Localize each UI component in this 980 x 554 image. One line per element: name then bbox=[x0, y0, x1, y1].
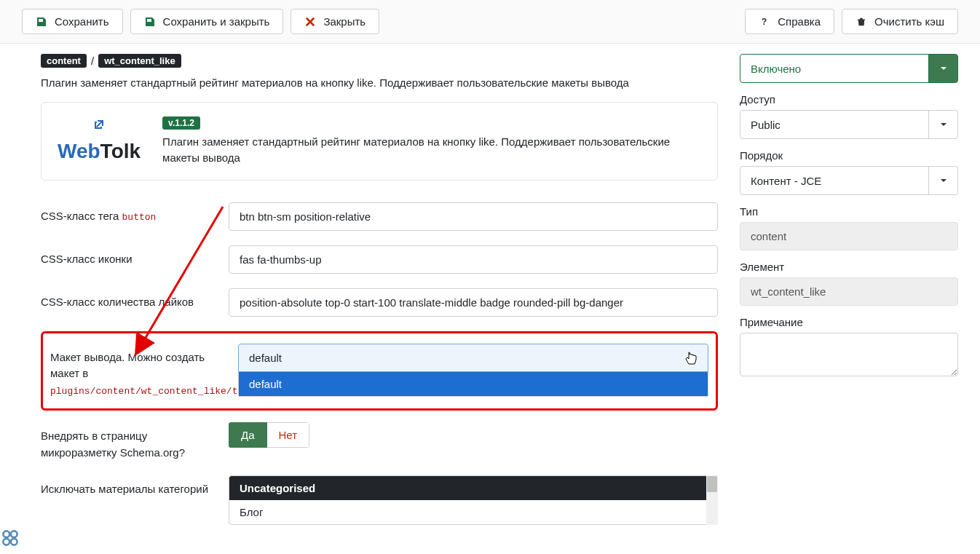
content-column: content / wt_content_like Плагин заменяе… bbox=[41, 54, 718, 539]
row-css-icon: CSS-класс иконки bbox=[41, 245, 718, 274]
row-css-count: CSS-класс количества лайков bbox=[41, 288, 718, 317]
close-icon bbox=[304, 16, 316, 28]
row-css-button: CSS-класс тега button bbox=[41, 202, 718, 231]
help-label: Справка bbox=[778, 15, 821, 28]
order-select[interactable]: Контент - JCE bbox=[740, 166, 958, 195]
sidebar: Включено Доступ Public Порядок Контент -… bbox=[740, 54, 958, 539]
logo-box: WebTolk bbox=[58, 116, 141, 167]
label-layout: Макет вывода. Можно создать макет в plug… bbox=[50, 344, 224, 399]
info-card: WebTolk v.1.1.2 Плагин заменяет стандарт… bbox=[41, 102, 718, 181]
input-css-count[interactable] bbox=[229, 288, 718, 317]
svg-point-5 bbox=[11, 539, 17, 539]
save-icon bbox=[144, 16, 156, 28]
svg-point-2 bbox=[3, 531, 9, 537]
joomla-icon bbox=[0, 528, 20, 539]
save-button[interactable]: Сохранить bbox=[22, 9, 123, 34]
type-label: Тип bbox=[740, 205, 958, 218]
exclude-multiselect[interactable]: Uncategorised Блог bbox=[229, 475, 718, 525]
layout-select[interactable]: default default bbox=[238, 344, 708, 397]
label-css-icon: CSS-класс иконки bbox=[41, 245, 214, 268]
toolbar-right: ? Справка Очистить кэш bbox=[745, 9, 958, 34]
help-icon: ? bbox=[759, 16, 770, 28]
schema-no-button[interactable]: Нет bbox=[267, 422, 310, 448]
toolbar: Сохранить Сохранить и закрыть Закрыть ? … bbox=[0, 0, 980, 44]
clear-cache-button[interactable]: Очистить кэш bbox=[842, 9, 958, 34]
breadcrumb-sep: / bbox=[91, 55, 94, 67]
toolbar-left: Сохранить Сохранить и закрыть Закрыть bbox=[22, 9, 738, 34]
schema-yes-button[interactable]: Да bbox=[229, 422, 267, 448]
schema-toggle: Да Нет bbox=[229, 422, 309, 448]
element-value: wt_content_like bbox=[740, 277, 958, 306]
status-select[interactable]: Включено bbox=[740, 54, 958, 83]
save-close-label: Сохранить и закрыть bbox=[163, 15, 270, 28]
label-css-button: CSS-класс тега button bbox=[41, 202, 214, 225]
breadcrumb-group: content bbox=[41, 54, 87, 68]
trash-icon bbox=[855, 16, 867, 28]
label-schema: Внедрять в страницу микроразметку Schema… bbox=[41, 422, 214, 461]
order-label: Порядок bbox=[740, 149, 958, 162]
external-link-icon[interactable] bbox=[93, 119, 105, 132]
highlighted-layout-row: Макет вывода. Можно создать макет в plug… bbox=[41, 331, 718, 411]
layout-select-value[interactable]: default bbox=[238, 344, 708, 372]
help-button[interactable]: ? Справка bbox=[745, 9, 834, 34]
access-label: Доступ bbox=[740, 93, 958, 106]
access-value: Public bbox=[740, 112, 928, 138]
webtolk-logo: WebTolk bbox=[58, 140, 141, 163]
save-label: Сохранить bbox=[55, 15, 109, 28]
svg-point-4 bbox=[3, 539, 9, 539]
exclude-option-blog[interactable]: Блог bbox=[229, 500, 717, 524]
layout-option-default[interactable]: default bbox=[239, 372, 708, 396]
plugin-description: Плагин заменяет стандартный рейтинг мате… bbox=[41, 75, 718, 92]
version-badge: v.1.1.2 bbox=[162, 116, 200, 130]
save-icon bbox=[36, 16, 47, 28]
note-label: Примечание bbox=[740, 316, 958, 328]
close-button[interactable]: Закрыть bbox=[291, 9, 379, 34]
label-exclude: Исключать материалы категорий bbox=[41, 475, 214, 498]
exclude-option-uncategorised[interactable]: Uncategorised bbox=[229, 476, 717, 500]
chevron-down-icon[interactable] bbox=[928, 111, 957, 138]
close-label: Закрыть bbox=[323, 15, 365, 28]
card-description: Плагин заменяет стандартный рейтинг мате… bbox=[162, 134, 701, 167]
status-caret[interactable] bbox=[928, 55, 957, 82]
note-textarea[interactable] bbox=[740, 333, 958, 376]
order-value: Контент - JCE bbox=[740, 168, 928, 194]
save-close-button[interactable]: Сохранить и закрыть bbox=[130, 9, 284, 34]
multiselect-scrollbar[interactable] bbox=[706, 475, 718, 525]
card-body: v.1.1.2 Плагин заменяет стандартный рейт… bbox=[162, 116, 701, 167]
input-css-icon[interactable] bbox=[229, 245, 718, 274]
svg-point-3 bbox=[11, 531, 17, 537]
breadcrumb: content / wt_content_like bbox=[41, 54, 718, 68]
clear-cache-label: Очистить кэш bbox=[874, 15, 944, 28]
label-css-count: CSS-класс количества лайков bbox=[41, 288, 214, 311]
type-value: content bbox=[740, 222, 958, 250]
element-label: Элемент bbox=[740, 261, 958, 273]
chevron-down-icon[interactable] bbox=[928, 167, 957, 194]
access-select[interactable]: Public bbox=[740, 110, 958, 139]
svg-text:?: ? bbox=[762, 17, 767, 27]
status-value: Включено bbox=[740, 56, 928, 82]
input-css-button[interactable] bbox=[229, 202, 718, 231]
breadcrumb-name: wt_content_like bbox=[98, 54, 181, 68]
layout-dropdown: default bbox=[238, 372, 708, 397]
row-exclude-categories: Исключать материалы категорий Uncategori… bbox=[41, 475, 718, 525]
row-schema: Внедрять в страницу микроразметку Schema… bbox=[41, 422, 718, 461]
